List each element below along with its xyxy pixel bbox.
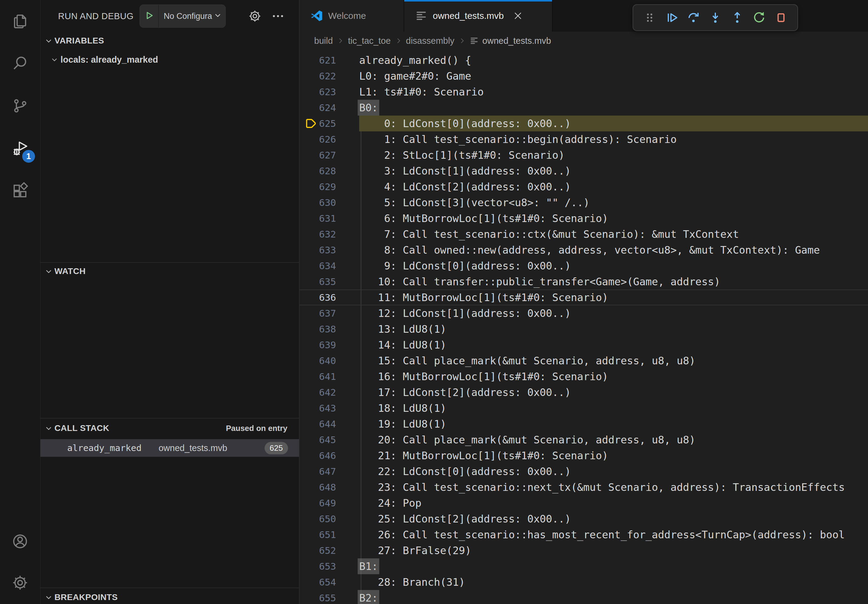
code-line-626[interactable]: 626 1: Call test_scenario::begin(address… [299,132,868,147]
code-line-649[interactable]: 649 24: Pop [299,495,868,511]
extensions-icon [11,182,29,201]
line-number: 623 [299,84,336,100]
line-number: 624 [299,100,336,116]
activity-item-run-and-debug[interactable]: 1 [0,128,40,170]
activity-item-extensions[interactable] [0,170,40,213]
code-line-645[interactable]: 645 20: Call place_mark(&mut Scenario, a… [299,432,868,448]
activity-bar: 1 [0,0,40,604]
tab-owned-tests-mvb[interactable]: owned_tests.mvb [404,0,553,32]
code-line-633[interactable]: 633 8: Call owned::new(address, address,… [299,242,868,258]
start-debug-button[interactable] [140,5,159,27]
line-text: L1: ts#1#0: Scenario [359,84,868,100]
activity-item-search[interactable] [0,43,40,85]
line-text: 21: MutBorrowLoc[1](ts#1#0: Scenario) [359,448,868,463]
line-number: 633 [299,242,336,258]
file-lines-icon [470,36,479,45]
code-line-639[interactable]: 639 14: LdU8(1) [299,337,868,353]
code-line-654[interactable]: 654 28: Branch(31) [299,574,868,590]
code-line-644[interactable]: 644 19: LdU8(1) [299,416,868,432]
close-icon[interactable] [513,11,523,21]
code-line-642[interactable]: 642 17: LdConst[2](address: 0x00..) [299,384,868,400]
activity-item-settings[interactable] [0,563,40,604]
breakpoints-section-header[interactable]: BREAKPOINTS [40,589,299,604]
step-into-button[interactable] [708,11,722,25]
code-line-634[interactable]: 634 9: LdConst[0](address: 0x00..) [299,258,868,274]
activity-item-account[interactable] [0,521,40,563]
more-actions-icon[interactable] [271,9,285,23]
activity-bar-items: 1 [0,0,40,213]
line-text: 27: BrFalse(29) [359,542,868,558]
stop-button[interactable] [774,11,788,25]
code-line-632[interactable]: 632 7: Call test_scenario::ctx(&mut Scen… [299,226,868,242]
debug-config-group: No Configura [140,5,226,28]
code-line-647[interactable]: 647 22: LdConst[0](address: 0x00..) [299,463,868,479]
code-line-635[interactable]: 635 10: Call transfer::public_transfer<G… [299,274,868,290]
breadcrumb-item[interactable]: tic_tac_toe [348,36,391,46]
breadcrumb-item[interactable]: build [314,36,333,46]
debug-toolbar [632,4,798,31]
watch-section-header[interactable]: WATCH [40,263,299,279]
code-line-643[interactable]: 643 18: LdU8(1) [299,400,868,416]
step-out-button[interactable] [730,11,744,25]
code-line-651[interactable]: 651 26: Call test_scenario::has_most_rec… [299,527,868,542]
line-text: 25: LdConst[2](address: 0x00..) [359,511,868,527]
line-number: 653 [299,558,336,574]
chevron-down-icon [44,267,53,276]
locals-scope-row[interactable]: locals: already_marked [40,52,299,68]
line-number: 622 [299,68,336,84]
code-line-641[interactable]: 641 16: MutBorrowLoc[1](ts#1#0: Scenario… [299,369,868,384]
code-line-628[interactable]: 628 3: LdConst[1](address: 0x00..) [299,163,868,179]
code-line-655[interactable]: 655B2: [299,590,868,604]
code-line-636[interactable]: 636 11: MutBorrowLoc[1](ts#1#0: Scenario… [299,290,868,305]
files-icon [11,12,29,31]
code-line-624[interactable]: 624B0: [299,100,868,116]
call-stack-frame-row[interactable]: already_marked owned_tests.mvb 625 [40,439,299,457]
continue-button[interactable] [665,11,679,25]
code-line-640[interactable]: 640 15: Call place_mark(&mut Scenario, a… [299,353,868,369]
activity-item-explorer[interactable] [0,0,40,43]
breadcrumb-file[interactable]: owned_tests.mvb [482,36,551,46]
chevron-down-icon [44,593,53,602]
run-and-debug-sidebar: RUN AND DEBUG No Configura VARIABLES l [40,0,299,604]
call-stack-section-header[interactable]: CALL STACK Paused on entry [40,420,299,436]
current-frame-arrow-icon [304,117,318,130]
code-line-648[interactable]: 648 23: Call test_scenario::next_tx(&mut… [299,479,868,495]
tab-welcome[interactable]: Welcome [299,0,404,32]
code-line-625[interactable]: 625 0: LdConst[0](address: 0x00..) [299,116,868,132]
code-line-621[interactable]: 621already_marked() { [299,52,868,68]
code-line-631[interactable]: 631 6: MutBorrowLoc[1](ts#1#0: Scenario) [299,211,868,226]
code-line-638[interactable]: 638 13: LdU8(1) [299,321,868,337]
line-number: 649 [299,495,336,511]
config-dropdown[interactable]: No Configura [159,5,225,27]
block-label: B1: [358,558,379,574]
line-text: 0: LdConst[0](address: 0x00..) [359,116,868,132]
tab-bar: Welcomeowned_tests.mvb [299,0,868,32]
code-line-623[interactable]: 623L1: ts#1#0: Scenario [299,84,868,100]
code-line-627[interactable]: 627 2: StLoc[1](ts#1#0: Scenario) [299,147,868,163]
breadcrumb-item[interactable]: disassembly [406,36,455,46]
line-number: 637 [299,305,336,321]
line-number: 645 [299,432,336,448]
code-line-629[interactable]: 629 4: LdConst[2](address: 0x00..) [299,179,868,195]
code-line-646[interactable]: 646 21: MutBorrowLoc[1](ts#1#0: Scenario… [299,448,868,463]
line-text: 28: Branch(31) [359,574,868,590]
drag-handle-button[interactable] [643,11,657,25]
code-line-630[interactable]: 630 5: LdConst[3](vector<u8>: "" /..) [299,195,868,211]
variables-section-header[interactable]: VARIABLES [40,33,299,49]
step-over-button[interactable] [687,11,701,25]
gear-icon[interactable] [248,9,262,23]
line-text: 24: Pop [359,495,868,511]
code-line-637[interactable]: 637 12: LdConst[1](address: 0x00..) [299,305,868,321]
code-editor[interactable]: 621already_marked() {622L0: game#2#0: Ga… [299,50,868,604]
code-line-650[interactable]: 650 25: LdConst[2](address: 0x00..) [299,511,868,527]
code-line-622[interactable]: 622L0: game#2#0: Game [299,68,868,84]
tabs: Welcomeowned_tests.mvb [299,0,553,32]
line-text: B0: [359,100,868,116]
code-line-652[interactable]: 652 27: BrFalse(29) [299,542,868,558]
code-line-653[interactable]: 653B1: [299,558,868,574]
sidebar-title-row: RUN AND DEBUG No Configura [40,0,299,32]
frame-line-badge: 625 [265,442,288,454]
activity-item-source-control[interactable] [0,85,40,128]
breakpoints-section-label: BREAKPOINTS [54,592,118,602]
restart-button[interactable] [752,11,766,25]
